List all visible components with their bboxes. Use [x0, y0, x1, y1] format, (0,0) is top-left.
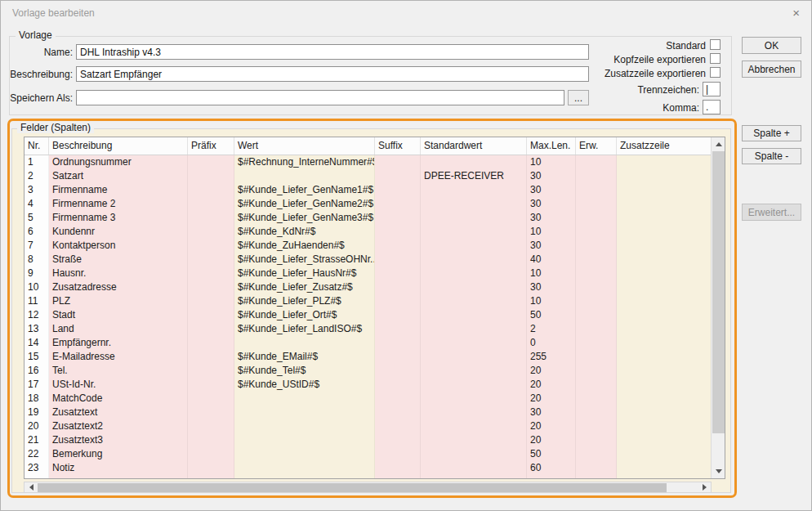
- cell-suffix: [375, 308, 421, 322]
- scroll-right-icon[interactable]: [698, 482, 711, 492]
- table-row[interactable]: 19 Zusatztext 30: [25, 406, 725, 419]
- table-row[interactable]: 13 Land $#Kunde_Liefer_LandISO#$ 2: [25, 322, 725, 336]
- cell-erw: [576, 475, 617, 479]
- cell-erw: [576, 169, 617, 183]
- cell-praefix: [188, 253, 234, 267]
- table-row[interactable]: 4 Firmenname 2 $#Kunde_Liefer_GenName2#$…: [25, 197, 725, 211]
- erweitert-button[interactable]: Erweitert...: [742, 204, 801, 221]
- cell-praefix: [188, 308, 234, 322]
- cell-wert: [234, 336, 375, 350]
- cell-wert: [234, 447, 375, 461]
- scroll-down-icon[interactable]: [712, 464, 725, 478]
- cell-beschreibung: E-Mailadresse: [49, 350, 188, 364]
- cell-maxlen: 20: [527, 433, 576, 447]
- spalte-minus-button[interactable]: Spalte -: [742, 148, 801, 164]
- cell-nr: 19: [25, 406, 49, 419]
- table-row[interactable]: 12 Stadt $#Kunde_Liefer_Ort#$ 50: [25, 308, 725, 322]
- horizontal-scroll-thumb[interactable]: [38, 483, 667, 492]
- beschreibung-input[interactable]: [76, 66, 589, 82]
- cell-suffix: [375, 378, 421, 392]
- table-row[interactable]: 18 MatchCode 20: [25, 392, 725, 406]
- cell-wert: [234, 406, 375, 419]
- table-row[interactable]: 17 USt-Id-Nr. $#Kunde_UStID#$ 20: [25, 378, 725, 392]
- table-row[interactable]: 7 Kontaktperson $#Kunde_ZuHaenden#$ 30: [25, 239, 725, 253]
- cell-standardwert: [421, 419, 527, 433]
- cell-zusatzzeile: [617, 225, 712, 239]
- table-row[interactable]: 22 Bemerkung 50: [25, 447, 725, 461]
- cell-standardwert: [421, 336, 527, 350]
- cell-beschreibung: Firmenname 2: [49, 197, 188, 211]
- cell-zusatzzeile: [617, 267, 712, 280]
- cell-suffix: [375, 211, 421, 225]
- horizontal-scrollbar[interactable]: [24, 482, 712, 493]
- table-row[interactable]: 16 Tel. $#Kunde_Tel#$ 20: [25, 364, 725, 378]
- column-header-praefix[interactable]: Präfix: [188, 137, 234, 155]
- table-row[interactable]: 6 Kundennr $#Kunde_KdNr#$ 10: [25, 225, 725, 239]
- standard-checkbox[interactable]: [710, 39, 721, 50]
- cell-nr: 16: [25, 364, 49, 378]
- abbrechen-button[interactable]: Abbrechen: [742, 61, 801, 78]
- column-header-erw[interactable]: Erw.: [576, 137, 617, 155]
- cell-wert: $#Kunde_Liefer_HausNr#$: [234, 267, 375, 280]
- column-header-maxlen[interactable]: Max.Len.: [527, 137, 576, 155]
- cell-zusatzzeile: [617, 280, 712, 294]
- table-row[interactable]: 3 Firmenname $#Kunde_Liefer_GenName1#$ 3…: [25, 183, 725, 197]
- column-header-suffix[interactable]: Suffix: [375, 137, 421, 155]
- column-header-standardwert[interactable]: Standardwert: [421, 137, 527, 155]
- cell-maxlen: 30: [527, 211, 576, 225]
- spalte-plus-button[interactable]: Spalte +: [742, 125, 801, 141]
- table-row[interactable]: 21 Zusatztext3 20: [25, 433, 725, 447]
- cell-wert: $#Kunde_Tel#$: [234, 364, 375, 378]
- kopfzeile-checkbox[interactable]: [710, 53, 721, 64]
- cell-wert: $#Kunde_UStID#$: [234, 378, 375, 392]
- column-header-wert[interactable]: Wert: [234, 137, 375, 155]
- table-row[interactable]: 10 Zusatzadresse $#Kunde_Liefer_Zusatz#$…: [25, 280, 725, 294]
- scroll-left-icon[interactable]: [25, 482, 38, 492]
- table-row[interactable]: 15 E-Mailadresse $#Kunde_EMail#$ 255: [25, 350, 725, 364]
- cell-suffix: [375, 406, 421, 419]
- cell-zusatzzeile: [617, 239, 712, 253]
- komma-input[interactable]: [703, 100, 721, 114]
- cell-standardwert: [421, 294, 527, 308]
- close-icon[interactable]: ×: [792, 1, 800, 25]
- cell-standardwert: [421, 225, 527, 239]
- table-row[interactable]: 5 Firmenname 3 $#Kunde_Liefer_GenName3#$…: [25, 211, 725, 225]
- table-row[interactable]: 14 Empfängernr. 0: [25, 336, 725, 350]
- ok-button[interactable]: OK: [742, 37, 801, 54]
- zusatzzeile-checkbox[interactable]: [710, 67, 721, 78]
- cell-praefix: [188, 169, 234, 183]
- vorlage-group-label: Vorlage: [16, 30, 56, 41]
- table-row[interactable]: 20 Zusatztext2 20: [25, 419, 725, 433]
- cell-maxlen: 20: [527, 419, 576, 433]
- table-row[interactable]: 23 Notiz 60: [25, 461, 725, 475]
- table-row[interactable]: 8 Straße $#Kunde_Liefer_StrasseOHNr... 4…: [25, 253, 725, 267]
- cell-erw: [576, 308, 617, 322]
- column-header-beschreibung[interactable]: Beschreibung: [49, 137, 188, 155]
- cell-praefix: [188, 378, 234, 392]
- column-header-zusatzzeile[interactable]: Zusatzzeile: [617, 137, 712, 155]
- speichern-als-input[interactable]: [76, 90, 564, 105]
- felder-group-label: Felder (Spalten): [17, 123, 94, 133]
- table-row[interactable]: 1 Ordnungsnummer $#Rechnung_InterneNumme…: [25, 155, 725, 169]
- column-header-nr[interactable]: Nr.: [25, 137, 49, 155]
- cell-suffix: [375, 350, 421, 364]
- cell-beschreibung: Kontaktperson: [49, 239, 188, 253]
- table-row[interactable]: 2 Satzart DPEE-RECEIVER 30: [25, 169, 725, 183]
- trennzeichen-input[interactable]: [703, 82, 721, 96]
- cell-praefix: [188, 461, 234, 475]
- cell-praefix: [188, 475, 234, 479]
- table-row[interactable]: 11 PLZ $#Kunde_Liefer_PLZ#$ 10: [25, 294, 725, 308]
- cell-erw: [576, 378, 617, 392]
- table-row[interactable]: 9 Hausnr. $#Kunde_Liefer_HausNr#$ 10: [25, 267, 725, 280]
- cell-maxlen: 50: [527, 447, 576, 461]
- cell-standardwert: [421, 322, 527, 336]
- vertical-scrollbar[interactable]: [711, 137, 725, 478]
- scroll-up-icon[interactable]: [712, 137, 725, 151]
- name-input[interactable]: [76, 44, 589, 60]
- cell-wert: $#Kunde_Liefer_GenName3#$: [234, 211, 375, 225]
- cell-wert: [234, 461, 375, 475]
- cell-standardwert: [421, 392, 527, 406]
- cell-maxlen: 30: [527, 183, 576, 197]
- cell-maxlen: 0: [527, 336, 576, 350]
- vertical-scroll-thumb[interactable]: [712, 151, 725, 433]
